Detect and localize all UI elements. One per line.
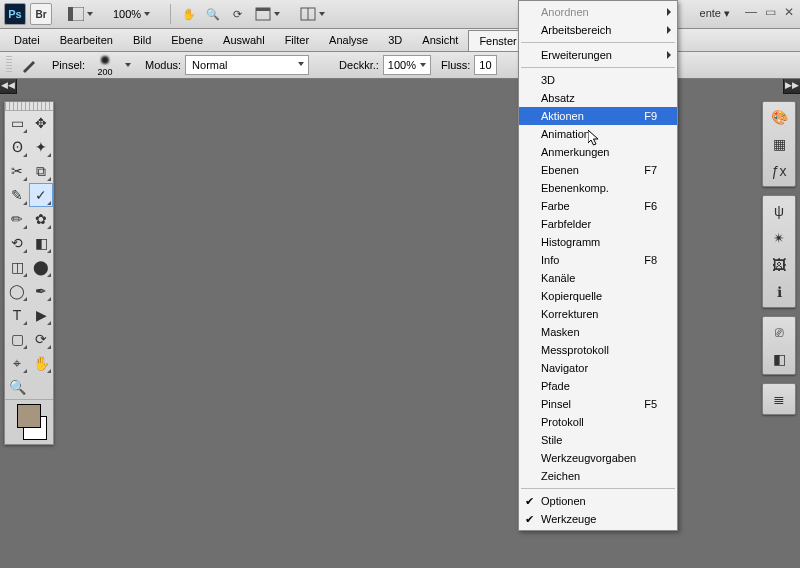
brush-preset-picker[interactable]: 200 — [93, 53, 117, 77]
menu-ansicht[interactable]: Ansicht — [412, 29, 468, 51]
grip-icon[interactable] — [6, 56, 12, 74]
menu-item-navigator[interactable]: Navigator — [519, 359, 677, 377]
3d-orbit-tool[interactable]: ⌖ — [5, 351, 29, 375]
eyedropper-tool[interactable]: ✎ — [5, 183, 29, 207]
menu-item-kan-le[interactable]: Kanäle — [519, 269, 677, 287]
brush-label: Pinsel: — [52, 59, 85, 71]
crop-tool[interactable]: ✂ — [5, 159, 29, 183]
menu-item-stile[interactable]: Stile — [519, 431, 677, 449]
path-select-tool[interactable]: ▶ — [29, 303, 53, 327]
menu-3d[interactable]: 3D — [378, 29, 412, 51]
3d-rotate-tool[interactable]: ⟳ — [29, 327, 53, 351]
gradient-tool[interactable]: ◫ — [5, 255, 29, 279]
menu-item-aktionen[interactable]: AktionenF9 — [519, 107, 677, 125]
zoom-tool-icon[interactable]: 🔍 — [203, 4, 223, 24]
menu-item-zeichen[interactable]: Zeichen — [519, 467, 677, 485]
menu-item-histogramm[interactable]: Histogramm — [519, 233, 677, 251]
quick-select-tool[interactable]: ✦ — [29, 135, 53, 159]
menu-item-info[interactable]: InfoF8 — [519, 251, 677, 269]
menu-item-ebenen[interactable]: EbenenF7 — [519, 161, 677, 179]
brushes-panel-icon[interactable]: ψ — [766, 199, 792, 223]
zoom-tool[interactable]: 🔍 — [5, 375, 29, 399]
menu-item-label: Ebenen — [541, 164, 579, 176]
menu-item-pfade[interactable]: Pfade — [519, 377, 677, 395]
move-tool[interactable]: ✥ — [29, 111, 53, 135]
menu-filter[interactable]: Filter — [275, 29, 319, 51]
healing-brush-tool[interactable]: ✓ — [29, 183, 53, 207]
menu-item-absatz[interactable]: Absatz — [519, 89, 677, 107]
menu-datei[interactable]: Datei — [4, 29, 50, 51]
panel-grip-icon[interactable] — [5, 102, 53, 111]
menu-item-werkzeugvorgaben[interactable]: Werkzeugvorgaben — [519, 449, 677, 467]
collapse-right-icon[interactable]: ▶▶ — [783, 77, 800, 94]
current-tool-preset-icon[interactable] — [20, 55, 40, 75]
menu-item-optionen[interactable]: ✔Optionen — [519, 492, 677, 510]
arrange-docs-dropdown[interactable] — [294, 4, 331, 24]
styles-panel-icon[interactable]: ƒx — [766, 159, 792, 183]
photoshop-logo-icon[interactable]: Ps — [4, 3, 26, 25]
swatches-panel-icon[interactable]: ▦ — [766, 132, 792, 156]
chevron-down-icon[interactable] — [125, 63, 131, 67]
bridge-logo-icon[interactable]: Br — [30, 3, 52, 25]
clone-source-panel-icon[interactable]: ✴ — [766, 226, 792, 250]
clone-stamp-tool[interactable]: ✿ — [29, 207, 53, 231]
flow-input[interactable]: 10 — [474, 55, 496, 75]
rotate-view-icon[interactable]: ⟳ — [227, 4, 247, 24]
menu-bild[interactable]: Bild — [123, 29, 161, 51]
menu-item-masken[interactable]: Masken — [519, 323, 677, 341]
info-panel-icon[interactable]: ℹ — [766, 280, 792, 304]
menu-item-farbe[interactable]: FarbeF6 — [519, 197, 677, 215]
menu-bearbeiten[interactable]: Bearbeiten — [50, 29, 123, 51]
chevron-down-icon — [319, 12, 325, 16]
menu-item-arbeitsbereich[interactable]: Arbeitsbereich — [519, 21, 677, 39]
hand-tool[interactable]: ✋ — [29, 351, 53, 375]
menu-item-ebenenkomp-[interactable]: Ebenenkomp. — [519, 179, 677, 197]
menu-item-farbfelder[interactable]: Farbfelder — [519, 215, 677, 233]
marquee-tool[interactable]: ▭ — [5, 111, 29, 135]
pen-tool[interactable]: ✒ — [29, 279, 53, 303]
menu-ebene[interactable]: Ebene — [161, 29, 213, 51]
shape-tool[interactable]: ▢ — [5, 327, 29, 351]
menu-item-messprotokoll[interactable]: Messprotokoll — [519, 341, 677, 359]
slice-tool[interactable]: ⧉ — [29, 159, 53, 183]
blend-mode-select[interactable]: Normal — [185, 55, 309, 75]
navigator-panel-icon[interactable]: 🖼 — [766, 253, 792, 277]
menu-analyse[interactable]: Analyse — [319, 29, 378, 51]
menu-item-3d[interactable]: 3D — [519, 71, 677, 89]
menu-auswahl[interactable]: Auswahl — [213, 29, 275, 51]
menu-item-werkzeuge[interactable]: ✔Werkzeuge — [519, 510, 677, 528]
menu-item-label: Histogramm — [541, 236, 600, 248]
menu-item-pinsel[interactable]: PinselF5 — [519, 395, 677, 413]
type-tool[interactable]: T — [5, 303, 29, 327]
menu-item-anmerkungen[interactable]: Anmerkungen — [519, 143, 677, 161]
color-swatches[interactable] — [5, 399, 53, 444]
masks-panel-icon[interactable]: ◧ — [766, 347, 792, 371]
maximize-button[interactable]: ▭ — [765, 5, 776, 19]
zoom-dropdown[interactable]: 100% — [107, 4, 156, 24]
adjustments-panel-icon[interactable]: ⎚ — [766, 320, 792, 344]
layers-panel-icon[interactable]: ≣ — [766, 387, 792, 411]
brush-tool[interactable]: ✏ — [5, 207, 29, 231]
lasso-tool[interactable]: ʘ — [5, 135, 29, 159]
layout-dropdown[interactable] — [62, 4, 99, 24]
menu-item-kopierquelle[interactable]: Kopierquelle — [519, 287, 677, 305]
menu-item-korrekturen[interactable]: Korrekturen — [519, 305, 677, 323]
minimize-button[interactable]: — — [745, 5, 757, 19]
application-bar: Ps Br 100% ✋ 🔍 ⟳ ente ▾ — ▭ ✕ — [0, 0, 800, 29]
menu-item-erweiterungen[interactable]: Erweiterungen — [519, 46, 677, 64]
workspace-switcher[interactable]: ente ▾ — [700, 7, 730, 20]
close-button[interactable]: ✕ — [784, 5, 794, 19]
blur-tool[interactable]: ⬤ — [29, 255, 53, 279]
history-brush-tool[interactable]: ⟲ — [5, 231, 29, 255]
opacity-input[interactable]: 100% — [383, 55, 431, 75]
menu-item-protokoll[interactable]: Protokoll — [519, 413, 677, 431]
hand-tool-icon[interactable]: ✋ — [179, 4, 199, 24]
menu-separator — [521, 67, 675, 68]
color-panel-icon[interactable]: 🎨 — [766, 105, 792, 129]
screen-mode-dropdown[interactable] — [249, 4, 286, 24]
menu-item-animation[interactable]: Animation — [519, 125, 677, 143]
collapse-left-icon[interactable]: ◀◀ — [0, 77, 17, 94]
eraser-tool[interactable]: ◧ — [29, 231, 53, 255]
foreground-swatch[interactable] — [17, 404, 41, 428]
dodge-tool[interactable]: ◯ — [5, 279, 29, 303]
